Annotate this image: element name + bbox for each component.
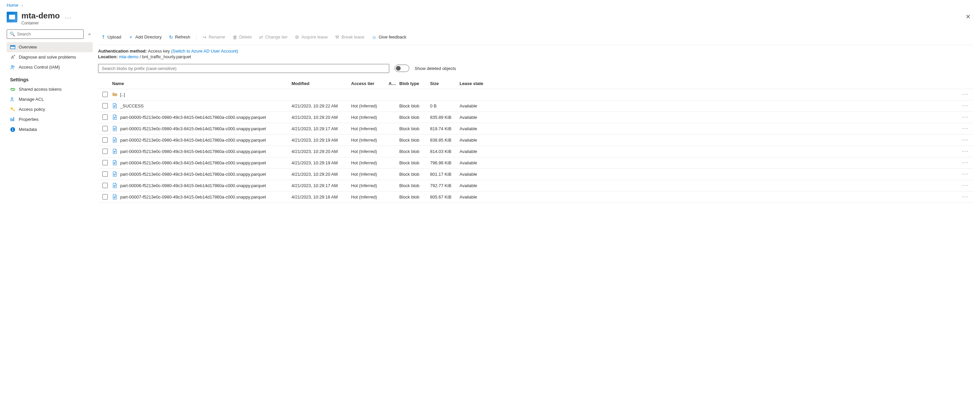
svg-rect-1 xyxy=(10,46,15,46)
row-checkbox[interactable] xyxy=(102,103,108,108)
row-more-button[interactable]: ··· xyxy=(961,148,970,155)
close-button[interactable]: ✕ xyxy=(963,12,973,22)
svg-rect-8 xyxy=(13,117,14,121)
sidebar-item-metadata[interactable]: Metadata xyxy=(7,124,93,135)
info-bar: Authentication method: Access key (Switc… xyxy=(98,45,973,62)
header-more-button[interactable]: ··· xyxy=(65,15,72,21)
svg-rect-13 xyxy=(114,106,116,107)
upload-button[interactable]: ⤒Upload xyxy=(98,32,124,42)
svg-rect-15 xyxy=(114,117,116,117)
add-directory-button[interactable]: ＋Add Directory xyxy=(125,32,165,42)
page-subtitle: Container xyxy=(21,21,60,25)
row-checkbox[interactable] xyxy=(102,183,108,188)
button-label: Acquire lease xyxy=(301,35,328,40)
svg-rect-22 xyxy=(114,140,116,141)
blob-name-link[interactable]: part-00004-f5213e0c-0980-49c3-8415-0eb14… xyxy=(120,160,266,165)
row-more-button[interactable]: ··· xyxy=(961,125,970,132)
file-icon xyxy=(112,115,118,120)
column-access-tier[interactable]: Access tier xyxy=(351,81,388,86)
row-checkbox[interactable] xyxy=(102,126,108,131)
row-more-button[interactable]: ··· xyxy=(961,113,970,121)
collapse-sidebar-button[interactable]: « xyxy=(86,30,93,38)
sidebar-search-input[interactable] xyxy=(17,32,81,37)
svg-rect-31 xyxy=(114,174,116,175)
table-row[interactable]: _SUCCESS4/21/2023, 10:29:22 AMHot (Infer… xyxy=(98,100,973,112)
table-row[interactable]: part-00002-f5213e0c-0980-49c3-8415-0eb14… xyxy=(98,135,973,146)
svg-rect-7 xyxy=(12,119,13,121)
blob-name-link[interactable]: part-00005-f5213e0c-0980-49c3-8415-0eb14… xyxy=(120,172,266,177)
column-lease-state[interactable]: Lease state xyxy=(460,81,493,86)
table-row[interactable]: part-00007-f5213e0c-0980-49c3-8415-0eb14… xyxy=(98,191,973,203)
row-checkbox[interactable] xyxy=(102,149,108,154)
column-name[interactable]: Name xyxy=(111,81,291,86)
table-row[interactable]: part-00003-f5213e0c-0980-49c3-8415-0eb14… xyxy=(98,146,973,158)
table-row[interactable]: part-00004-f5213e0c-0980-49c3-8415-0eb14… xyxy=(98,158,973,169)
row-more-button[interactable]: ··· xyxy=(961,193,970,200)
main-panel: ⤒Upload ＋Add Directory ↻Refresh ↪Rename … xyxy=(95,29,980,203)
sidebar-item-properties[interactable]: Properties xyxy=(7,115,93,124)
cell-lease-state: Available xyxy=(460,126,493,131)
show-deleted-toggle[interactable] xyxy=(395,65,409,72)
row-more-button[interactable]: ··· xyxy=(961,159,970,166)
row-more-button[interactable]: ··· xyxy=(961,170,970,178)
svg-rect-32 xyxy=(114,175,115,175)
svg-rect-18 xyxy=(114,128,116,129)
table-row[interactable]: part-00006-f5213e0c-0980-49c3-8415-0eb14… xyxy=(98,180,973,191)
sidebar-search[interactable]: 🔍 xyxy=(7,29,84,39)
sidebar-item-iam[interactable]: Access Control (IAM) xyxy=(7,62,93,72)
sidebar-item-access-policy[interactable]: Access policy xyxy=(7,104,93,115)
file-icon xyxy=(112,183,118,188)
blob-name-link[interactable]: _SUCCESS xyxy=(120,103,143,108)
svg-rect-29 xyxy=(114,164,115,164)
sidebar-item-overview[interactable]: Overview xyxy=(7,42,93,52)
cell-modified: 4/21/2023, 10:29:17 AM xyxy=(291,183,351,188)
svg-rect-6 xyxy=(11,118,11,121)
row-more-button[interactable]: ··· xyxy=(961,91,970,98)
column-modified[interactable]: Modified xyxy=(291,81,351,86)
row-more-button[interactable]: ··· xyxy=(961,136,970,143)
cell-size: 796.98 KiB xyxy=(430,160,460,165)
info-icon xyxy=(10,127,15,132)
blob-name-link[interactable]: part-00006-f5213e0c-0980-49c3-8415-0eb14… xyxy=(120,183,266,188)
row-checkbox[interactable] xyxy=(102,92,108,97)
blob-name-link[interactable]: part-00007-f5213e0c-0980-49c3-8415-0eb14… xyxy=(120,194,266,199)
upload-icon: ⤒ xyxy=(102,35,105,40)
cell-access-tier: Hot (Inferred) xyxy=(351,172,388,177)
sidebar-item-manage-acl[interactable]: Manage ACL xyxy=(7,94,93,104)
refresh-button[interactable]: ↻Refresh xyxy=(165,32,194,42)
blob-name-link[interactable]: part-00001-f5213e0c-0980-49c3-8415-0eb14… xyxy=(120,126,266,131)
parent-directory-link[interactable]: [..] xyxy=(120,92,125,97)
row-checkbox[interactable] xyxy=(102,137,108,143)
blob-name-link[interactable]: part-00000-f5213e0c-0980-49c3-8415-0eb14… xyxy=(120,115,266,120)
blob-name-link[interactable]: part-00003-f5213e0c-0980-49c3-8415-0eb14… xyxy=(120,149,266,154)
switch-auth-link[interactable]: (Switch to Azure AD User Account) xyxy=(171,49,238,54)
row-more-button[interactable]: ··· xyxy=(961,182,970,189)
location-separator: / xyxy=(138,54,142,59)
row-checkbox[interactable] xyxy=(102,171,108,177)
column-a-truncated[interactable]: A… xyxy=(388,81,399,86)
table-row[interactable]: part-00001-f5213e0c-0980-49c3-8415-0eb14… xyxy=(98,123,973,135)
blob-name-link[interactable]: part-00002-f5213e0c-0980-49c3-8415-0eb14… xyxy=(120,138,266,143)
column-size[interactable]: Size xyxy=(430,81,460,86)
svg-rect-38 xyxy=(114,198,115,198)
breadcrumb-home-link[interactable]: Home xyxy=(7,3,18,8)
cell-lease-state: Available xyxy=(460,194,493,199)
show-deleted-label: Show deleted objects xyxy=(415,66,456,71)
svg-rect-27 xyxy=(114,162,116,163)
row-more-button[interactable]: ··· xyxy=(961,102,970,110)
location-root-link[interactable]: mta-demo xyxy=(119,54,138,59)
row-checkbox[interactable] xyxy=(102,160,108,165)
sidebar-item-diagnose[interactable]: Diagnose and solve problems xyxy=(7,52,93,62)
row-checkbox[interactable] xyxy=(102,194,108,199)
blob-search-input[interactable] xyxy=(98,64,389,73)
row-checkbox[interactable] xyxy=(102,115,108,120)
give-feedback-button[interactable]: ☺Give feedback xyxy=(369,32,410,42)
table-row[interactable]: part-00005-f5213e0c-0980-49c3-8415-0eb14… xyxy=(98,169,973,180)
sidebar-item-shared-tokens[interactable]: Shared access tokens xyxy=(7,84,93,94)
sidebar-item-label: Access Control (IAM) xyxy=(19,65,60,70)
acquire-lease-button: ⚙Acquire lease xyxy=(291,32,331,42)
table-row[interactable]: part-00000-f5213e0c-0980-49c3-8415-0eb14… xyxy=(98,112,973,123)
parent-directory-row[interactable]: [..] ··· xyxy=(98,89,973,100)
key-icon xyxy=(10,107,15,112)
column-blob-type[interactable]: Blob type xyxy=(399,81,430,86)
